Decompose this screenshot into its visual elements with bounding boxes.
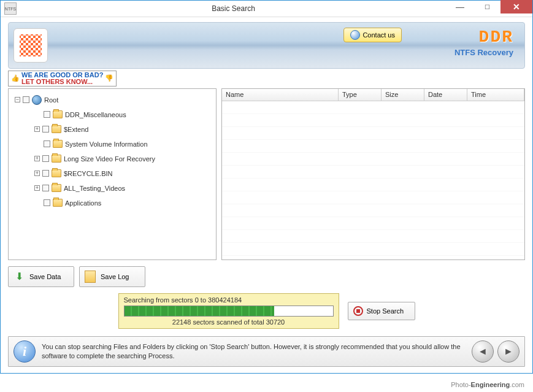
tree-label: Root bbox=[44, 96, 58, 104]
contact-label: Contact us bbox=[362, 31, 395, 39]
file-list-body[interactable] bbox=[222, 101, 524, 259]
col-name[interactable]: Name bbox=[222, 89, 339, 101]
tree-label: $RECYCLE.BIN bbox=[64, 170, 112, 177]
folder-icon bbox=[53, 110, 63, 118]
feedback-line2: LET OTHERS KNOW... bbox=[21, 78, 93, 85]
checkbox[interactable] bbox=[44, 199, 50, 206]
folder-icon bbox=[52, 155, 61, 163]
file-list-panel: Name Type Size Date Time bbox=[221, 88, 525, 260]
progress-bar bbox=[124, 306, 334, 317]
app-logo bbox=[13, 28, 48, 63]
tree-item[interactable]: System Volume Information bbox=[12, 137, 212, 152]
brand-name: DDR bbox=[454, 28, 513, 47]
tree-item[interactable]: DDR_Miscellaneous bbox=[12, 107, 212, 122]
brand-block: DDR NTFS Recovery bbox=[454, 28, 513, 57]
log-file-icon bbox=[85, 271, 96, 283]
col-time[interactable]: Time bbox=[467, 89, 524, 101]
folder-icon bbox=[53, 199, 63, 207]
header-banner: Contact us DDR NTFS Recovery bbox=[8, 22, 525, 68]
tree-item[interactable]: Applications bbox=[12, 196, 212, 210]
info-bar: i You can stop searching Files and Folde… bbox=[8, 336, 525, 367]
prev-button[interactable]: ◄ bbox=[472, 340, 494, 363]
tree-label: $Extend bbox=[64, 126, 88, 133]
expand-icon[interactable]: + bbox=[34, 185, 40, 191]
maximize-button[interactable]: ☐ bbox=[474, 0, 500, 13]
checkbox[interactable] bbox=[44, 140, 50, 147]
download-icon: ⬇ bbox=[12, 270, 26, 283]
folder-icon bbox=[52, 184, 61, 192]
window-title: Basic Search bbox=[20, 4, 447, 13]
progress-status: 22148 sectors scanned of total 30720 bbox=[124, 318, 334, 326]
expand-icon[interactable]: + bbox=[34, 126, 40, 132]
save-log-label: Save Log bbox=[101, 273, 129, 280]
thumbs-down-icon: 👎 bbox=[105, 75, 113, 82]
checkbox[interactable] bbox=[42, 155, 49, 162]
stop-search-label: Stop Search bbox=[367, 307, 404, 315]
tree-label: System Volume Information bbox=[65, 140, 148, 148]
thumbs-up-icon: 👍 bbox=[11, 75, 20, 82]
tree-label: Applications bbox=[65, 199, 101, 207]
footer-watermark: Photo-Engineering.com bbox=[451, 379, 524, 390]
tree-item[interactable]: +$RECYCLE.BIN bbox=[12, 166, 212, 181]
folder-icon bbox=[52, 169, 61, 177]
info-icon: i bbox=[13, 340, 36, 363]
collapse-icon[interactable]: − bbox=[15, 97, 20, 102]
save-log-button[interactable]: Save Log bbox=[79, 266, 145, 287]
feedback-bar: 👍 WE ARE GOOD OR BAD? LET OTHERS KNOW...… bbox=[8, 72, 525, 85]
col-type[interactable]: Type bbox=[339, 89, 382, 101]
titlebar: NTFS Basic Search — ☐ ✕ bbox=[1, 1, 532, 17]
checkbox[interactable] bbox=[23, 96, 29, 103]
folder-icon bbox=[53, 140, 63, 148]
save-data-label: Save Data bbox=[29, 273, 61, 280]
app-icon: NTFS bbox=[4, 2, 17, 15]
col-size[interactable]: Size bbox=[382, 89, 424, 101]
brand-subtitle: NTFS Recovery bbox=[454, 48, 513, 57]
tree-label: Long Size Video For Recovery bbox=[64, 155, 155, 163]
feedback-button[interactable]: 👍 WE ARE GOOD OR BAD? LET OTHERS KNOW...… bbox=[8, 71, 117, 86]
stop-search-button[interactable]: Stop Search bbox=[348, 302, 415, 320]
contact-us-button[interactable]: Contact us bbox=[343, 28, 402, 42]
tree-label: DDR_Miscellaneous bbox=[65, 111, 126, 118]
checkbox[interactable] bbox=[42, 185, 49, 191]
tree-item[interactable]: +$Extend bbox=[12, 122, 212, 137]
folder-tree[interactable]: − Root DDR_Miscellaneous+$ExtendSystem V… bbox=[8, 88, 217, 260]
person-icon bbox=[350, 30, 360, 40]
close-button[interactable]: ✕ bbox=[500, 0, 532, 13]
tree-root[interactable]: − Root bbox=[12, 93, 212, 107]
progress-label: Searching from sectors 0 to 380424184 bbox=[124, 296, 334, 304]
checkbox[interactable] bbox=[42, 170, 49, 177]
checkbox[interactable] bbox=[42, 126, 49, 133]
minimize-button[interactable]: — bbox=[447, 0, 474, 13]
tree-item[interactable]: +ALL_Testing_Videos bbox=[12, 181, 212, 196]
app-window: NTFS Basic Search — ☐ ✕ Contact us DDR N… bbox=[0, 0, 533, 374]
disk-icon bbox=[32, 95, 42, 105]
progress-panel: Searching from sectors 0 to 380424184 22… bbox=[118, 293, 339, 329]
next-button[interactable]: ► bbox=[497, 340, 520, 363]
info-text: You can stop searching Files and Folders… bbox=[42, 342, 466, 361]
save-data-button[interactable]: ⬇ Save Data bbox=[8, 266, 74, 287]
expand-icon[interactable]: + bbox=[34, 156, 40, 161]
tree-label: ALL_Testing_Videos bbox=[64, 185, 125, 192]
tree-item[interactable]: +Long Size Video For Recovery bbox=[12, 152, 212, 166]
col-date[interactable]: Date bbox=[424, 89, 467, 101]
checkbox[interactable] bbox=[44, 111, 50, 118]
file-list-header: Name Type Size Date Time bbox=[222, 89, 524, 101]
folder-icon bbox=[52, 125, 61, 133]
expand-icon[interactable]: + bbox=[34, 171, 40, 176]
stop-icon bbox=[353, 306, 363, 316]
